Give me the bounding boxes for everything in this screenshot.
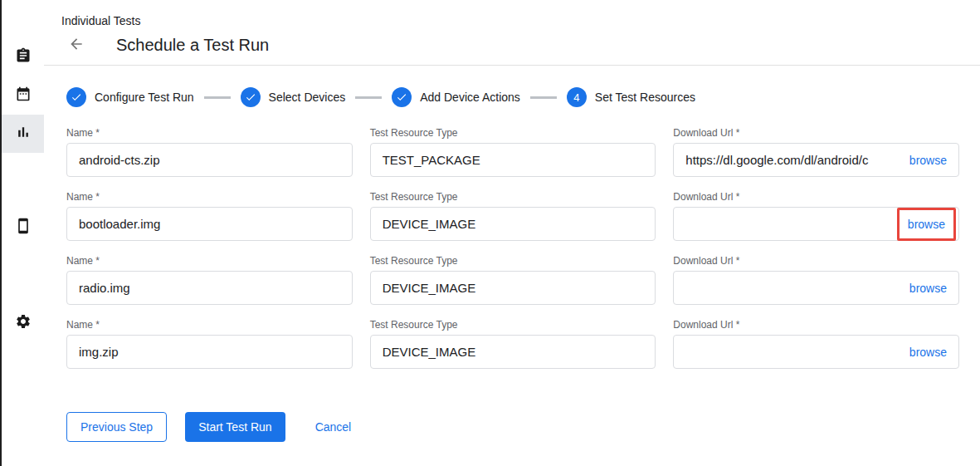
field-label: Name *	[66, 319, 353, 331]
stepper: Configure Test Run Select Devices Add De…	[66, 87, 959, 107]
name-field-3: Name * radio.img	[66, 255, 353, 305]
download-url-field-4: Download Url * browse	[673, 319, 959, 369]
resource-type-input-2[interactable]: DEVICE_IMAGE	[370, 207, 656, 241]
sidebar-item-tests[interactable]	[2, 38, 44, 76]
field-label: Test Resource Type	[370, 127, 656, 139]
cancel-button[interactable]: Cancel	[315, 412, 352, 442]
field-label: Download Url *	[673, 319, 959, 331]
browse-button-4[interactable]: browse	[909, 346, 947, 359]
sidebar-item-devices[interactable]	[2, 208, 44, 247]
bar-chart-icon	[15, 124, 32, 144]
download-url-field-3: Download Url * browse	[673, 255, 959, 305]
sidebar	[2, 0, 44, 466]
resource-type-field-1: Test Resource Type TEST_PACKAGE	[370, 127, 656, 177]
sidebar-spacer	[2, 247, 44, 304]
field-label: Test Resource Type	[370, 191, 656, 203]
tasks-clipboard-icon	[15, 47, 32, 67]
field-label: Download Url *	[673, 127, 959, 139]
name-input-2[interactable]: bootloader.img	[66, 207, 353, 241]
download-url-value[interactable]: https://dl.google.com/dl/android/c	[685, 153, 904, 167]
browse-button-1[interactable]: browse	[909, 154, 947, 167]
step-label: Configure Test Run	[95, 91, 194, 104]
resource-type-input-3[interactable]: DEVICE_IMAGE	[370, 271, 656, 305]
field-label: Name *	[66, 191, 353, 203]
page-title: Schedule a Test Run	[116, 36, 269, 55]
download-url-input-3[interactable]: browse	[673, 271, 959, 305]
smartphone-icon	[15, 218, 32, 238]
resource-type-field-4: Test Resource Type DEVICE_IMAGE	[370, 319, 656, 369]
name-field-2: Name * bootloader.img	[66, 191, 353, 241]
download-url-field-1: Download Url * https://dl.google.com/dl/…	[673, 127, 959, 177]
sidebar-spacer	[2, 153, 44, 208]
field-label: Download Url *	[673, 191, 959, 203]
name-input-4[interactable]: img.zip	[66, 335, 353, 369]
stepper-step-set-test-resources[interactable]: 4 Set Test Resources	[567, 87, 695, 107]
download-url-field-2: Download Url * browse	[673, 191, 959, 241]
arrow-back-icon	[68, 36, 85, 55]
browse-button-2-highlighted[interactable]: browse	[897, 208, 956, 241]
sidebar-item-test-plans[interactable]	[2, 76, 44, 115]
stepper-connector	[530, 96, 557, 99]
download-url-input-2[interactable]: browse	[673, 207, 959, 241]
previous-step-button[interactable]: Previous Step	[66, 412, 167, 442]
stepper-step-select-devices[interactable]: Select Devices	[241, 87, 346, 107]
resource-type-field-2: Test Resource Type DEVICE_IMAGE	[370, 191, 656, 241]
stepper-connector	[355, 96, 382, 99]
app-window: Individual Tests Schedule a Test Run Con…	[0, 0, 980, 466]
field-label: Test Resource Type	[370, 255, 656, 267]
test-resources-form: Name * android-cts.zip Test Resource Typ…	[66, 127, 959, 369]
resource-type-input-1[interactable]: TEST_PACKAGE	[370, 143, 656, 177]
field-label: Test Resource Type	[370, 319, 656, 331]
form-actions: Previous Step Start Test Run Cancel	[66, 412, 959, 442]
main-content: Individual Tests Schedule a Test Run Con…	[44, 0, 980, 466]
step-label: Add Device Actions	[420, 91, 520, 104]
sidebar-item-test-runs[interactable]	[2, 115, 44, 153]
name-field-1: Name * android-cts.zip	[66, 127, 353, 177]
name-input-3[interactable]: radio.img	[66, 271, 353, 305]
stepper-connector	[204, 96, 231, 99]
field-label: Download Url *	[673, 255, 959, 267]
step-check-icon	[392, 87, 412, 107]
resource-type-field-3: Test Resource Type DEVICE_IMAGE	[370, 255, 656, 305]
section-label: Individual Tests	[61, 14, 960, 27]
step-check-icon	[66, 87, 86, 107]
name-input-1[interactable]: android-cts.zip	[66, 143, 353, 177]
resource-type-input-4[interactable]: DEVICE_IMAGE	[370, 335, 656, 369]
field-label: Name *	[66, 127, 353, 139]
sidebar-item-settings[interactable]	[2, 304, 44, 342]
page-header: Individual Tests Schedule a Test Run	[44, 0, 980, 65]
browse-button-3[interactable]: browse	[909, 282, 947, 295]
start-test-run-button[interactable]: Start Test Run	[185, 412, 285, 442]
back-button[interactable]	[66, 35, 86, 55]
name-field-4: Name * img.zip	[66, 319, 353, 369]
step-label: Set Test Resources	[595, 91, 695, 104]
settings-gear-icon	[15, 313, 32, 333]
step-label: Select Devices	[269, 91, 346, 104]
stepper-step-add-device-actions[interactable]: Add Device Actions	[392, 87, 520, 107]
step-check-icon	[241, 87, 261, 107]
stepper-step-configure-test-run[interactable]: Configure Test Run	[66, 87, 194, 107]
download-url-input-4[interactable]: browse	[673, 335, 959, 369]
step-number-badge: 4	[567, 87, 587, 107]
field-label: Name *	[66, 255, 353, 267]
calendar-icon	[15, 86, 32, 105]
download-url-input-1[interactable]: https://dl.google.com/dl/android/c brows…	[673, 143, 959, 177]
